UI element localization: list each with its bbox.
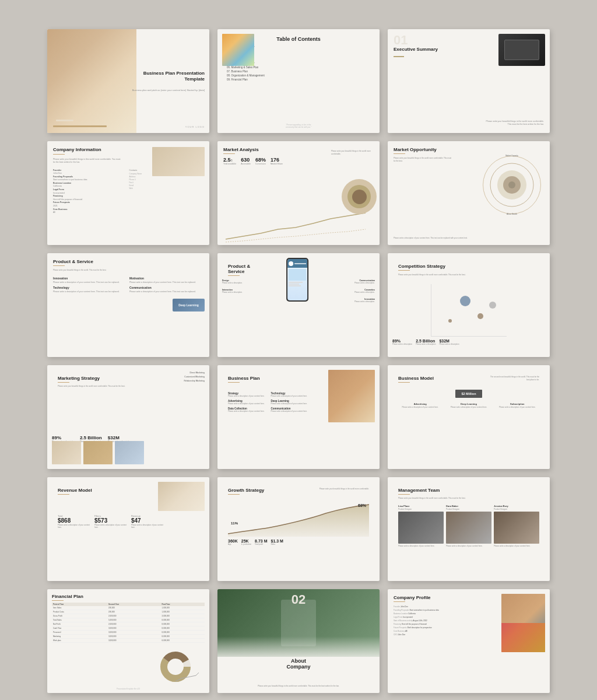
gs-metrics: 360K App 25K In production 8.73 M Total … <box>223 539 374 545</box>
ps2-feature: InnovationPlease write a description. <box>354 298 375 303</box>
fp-table: Point of Year Second Year Final Year Ite… <box>52 603 205 643</box>
slide-marketing-strategy: Marketing Strategy Please write your bea… <box>47 365 209 469</box>
phone-content <box>287 268 307 288</box>
ps2-feature: InteractionPlease write a description. <box>222 289 243 293</box>
rm-line <box>58 494 69 495</box>
toc-item: 07. Business Plan <box>226 70 374 73</box>
ma-metric-2: 630 Accessible <box>241 157 251 165</box>
mt-member-image-2 <box>446 512 491 544</box>
gs-metric: 360K App <box>228 539 238 545</box>
ac-number: 02 <box>292 592 305 607</box>
phone-image <box>289 269 306 281</box>
gs-title-wrapper: Growth Strategy <box>228 488 264 497</box>
bp-grid: Strategy Please write a description of y… <box>223 392 317 413</box>
cs-y-axis <box>431 284 431 337</box>
ms-content: Marketing Strategy Please write your bea… <box>53 371 203 393</box>
slide-growth-strategy: Growth Strategy Please write your beauti… <box>217 477 380 581</box>
cs-scatter-chart <box>431 284 507 337</box>
exec-line <box>394 56 404 57</box>
gs-content: Growth Strategy Please write your beauti… <box>223 483 374 502</box>
mt-description: Please write your beautiful things in th… <box>398 497 468 500</box>
fp-row: Work plan3,000,0008,000,000 <box>52 639 205 643</box>
mt-member-2: Dara Baker Product Designer Please write… <box>446 505 491 547</box>
bp-item: Communication Please write a description… <box>271 407 312 413</box>
ms-type: Customized Marketing <box>184 375 205 379</box>
mt-member-image-3 <box>494 512 539 544</box>
gs-metric: $1.3 M Sales <box>271 539 283 545</box>
slide-company-info: Company Information Please write your be… <box>47 141 209 245</box>
ps-item: Technology Please write a description of… <box>53 286 127 293</box>
bp-item: Strategy Please write a description of y… <box>228 392 269 398</box>
mt-member-image-1 <box>398 512 444 544</box>
ms-image <box>83 441 113 464</box>
exec-description: Please write your beautiful things in th… <box>486 120 544 126</box>
cs-metrics: 89% Please write a description 2.5 Billi… <box>388 339 464 345</box>
cs-metric: 89% Please write a description <box>392 339 412 345</box>
fp-table-body: Item Sales200,0001,000,000 Product Costs… <box>52 606 205 643</box>
ma-line <box>223 153 235 154</box>
mo-line <box>394 153 405 154</box>
bm-header: Business Model The second most beautiful… <box>398 376 539 382</box>
cover-logo: YOUR LOGO <box>185 125 205 128</box>
bp-item: Data Collection Please write a descripti… <box>228 407 269 413</box>
ms-type: Direct Marketing <box>184 371 205 375</box>
cs-description: Please write your beautiful things in th… <box>398 274 480 276</box>
ps-item: Innovation Please write a description of… <box>53 276 127 284</box>
gs-line <box>228 494 240 495</box>
mo-circles: Market Capacity About Details <box>480 153 544 217</box>
slide-company-profile: Company Profile Founder John Doe Foundin… <box>388 589 550 693</box>
slide-revenue-model: Revenue Model Please write your beautifu… <box>47 477 209 581</box>
gs-metric: 8.73 M Total profit <box>255 539 267 545</box>
slide-business-plan: Business Plan Strategy Please write a de… <box>217 365 380 469</box>
mt-member-3: Jessica Bury Product Designer Please wri… <box>494 505 539 547</box>
ci-field: Legal FormIncorporated <box>53 188 128 195</box>
phone-avatar <box>289 261 293 266</box>
ac-description: Please write your beautiful things in th… <box>240 685 357 688</box>
slide-financial-plan: Financial Plan Point of Year Second Year… <box>47 589 209 693</box>
rm-metrics: Total $868 Please write a description of… <box>58 514 199 528</box>
mt-member-desc: Please write a description of your conte… <box>446 545 491 547</box>
slide-management-team: Management Team Please write your beauti… <box>388 477 550 581</box>
cs-dot-large <box>460 296 470 306</box>
exec-number: 01 <box>394 34 408 47</box>
ci-field: FinancingHere tell the purpose of financ… <box>53 195 128 201</box>
bm-title: Business Model <box>398 376 434 381</box>
ci-field: FounderJohn Doe <box>53 169 128 176</box>
ps-grid: Innovation Please write a description of… <box>53 276 203 294</box>
bp-image <box>328 370 375 422</box>
ms-images <box>52 441 144 464</box>
mo-description: Please write your beautiful things in th… <box>394 157 452 162</box>
fp-line <box>52 600 64 601</box>
cover-content: Business Plan Presentation Template Busi… <box>127 71 205 92</box>
ci-field: Core BusinessAll <box>53 208 128 215</box>
slide-market-opportunity: Market Opportunity Please write your bea… <box>388 141 550 245</box>
toc-caption: "Present appealing, to live in thecommun… <box>217 124 380 128</box>
ps2-features-right: CommunicationPlease write a description.… <box>354 279 375 303</box>
fp-footer: PresentationTemplate file v3.0 <box>47 688 209 690</box>
ms-description: Please write your beautiful things in th… <box>58 385 128 388</box>
ma-metric-1: 2.5B Total available <box>223 157 236 165</box>
slide-product-service-1: Product & Service Please write your beau… <box>47 253 209 357</box>
ac-title: AboutCompany <box>286 658 310 670</box>
fp-mini-chart <box>158 649 205 684</box>
ms-line <box>58 382 69 383</box>
cs-dot-small <box>448 319 452 323</box>
bp-line <box>228 382 240 383</box>
ps2-feature: CosmeticsPlease write a description. <box>354 289 375 293</box>
cs-metric: 2.5 Billion Please write a description <box>416 339 436 345</box>
phone-title <box>294 263 306 264</box>
bm-col: Advertising Please write a description o… <box>398 402 442 409</box>
phone-line <box>289 282 303 283</box>
toc-item: 06. Marketing & Sales Plan <box>226 66 374 69</box>
slide-business-model: Business Model The second most beautiful… <box>388 365 550 469</box>
ps-badge: Deep Learning <box>173 299 205 312</box>
bm-description: The second most beautiful things in the … <box>487 376 539 381</box>
mt-team: Lisa Place Product Designer Please write… <box>394 505 544 547</box>
mt-line <box>398 494 410 495</box>
cs-title: Competition Strategy <box>398 264 539 269</box>
ci-image <box>152 147 205 176</box>
phone-header <box>287 259 307 268</box>
mo-bottom-text: Please write a description of your conte… <box>394 237 468 240</box>
mt-content: Management Team Please write your beauti… <box>394 483 544 502</box>
cs-content: Competition Strategy Please write your b… <box>394 259 544 281</box>
